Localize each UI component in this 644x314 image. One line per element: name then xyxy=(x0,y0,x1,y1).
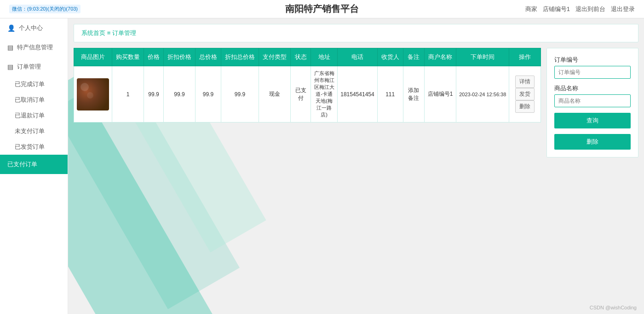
cell-receiver: 111 xyxy=(377,66,403,122)
breadcrumb-current: 订单管理 xyxy=(112,29,136,36)
col-merchant: 商户名称 xyxy=(425,48,456,66)
sidebar-item-products[interactable]: ▤ 特产信息管理 xyxy=(0,38,68,57)
cell-price: 99.9 xyxy=(144,66,164,122)
col-price: 价格 xyxy=(144,48,164,66)
col-actions: 操作 xyxy=(509,48,541,66)
col-total: 总价格 xyxy=(196,48,221,66)
main-area: 系统首页 ≡ 订单管理 商品图片 购买数量 价格 xyxy=(68,18,644,314)
nav-frontend[interactable]: 退出到前台 xyxy=(575,5,605,13)
col-payment: 支付类型 xyxy=(259,48,291,66)
breadcrumb-separator: ≡ xyxy=(107,29,112,36)
content-area: 商品图片 购买数量 价格 折扣价格 总价格 折扣总价格 支付类型 状态 地址 电… xyxy=(74,48,638,314)
cell-phone: 18154541454 xyxy=(338,66,377,122)
col-address: 地址 xyxy=(311,48,338,66)
orders-table: 商品图片 购买数量 价格 折扣价格 总价格 折扣总价格 支付类型 状态 地址 电… xyxy=(74,48,541,122)
sidebar-item-profile[interactable]: 👤 个人中心 xyxy=(0,18,68,38)
cell-time: 2023-02-24 12:56:38 xyxy=(456,66,509,122)
col-discount-price: 折扣价格 xyxy=(164,48,196,66)
order-no-label: 订单编号 xyxy=(554,56,631,64)
cell-discount-price: 99.9 xyxy=(164,66,196,122)
sidebar-item-paid[interactable]: 已支付订单 xyxy=(0,155,68,174)
col-status: 状态 xyxy=(291,48,311,66)
order-no-input[interactable] xyxy=(554,66,631,79)
sidebar-label-products: 特产信息管理 xyxy=(17,43,53,52)
footer: CSDN @wishCoding xyxy=(590,305,637,310)
product-image xyxy=(77,78,109,110)
col-image: 商品图片 xyxy=(74,48,112,66)
ship-button[interactable]: 发货 xyxy=(515,88,535,100)
sidebar-item-unpaid[interactable]: 未支付订单 xyxy=(0,123,68,139)
sidebar-item-cancelled[interactable]: 已取消订单 xyxy=(0,92,68,108)
site-title: 南阳特产销售平台 xyxy=(285,3,359,15)
cell-image xyxy=(74,66,112,122)
sidebar-item-completed[interactable]: 已完成订单 xyxy=(0,76,68,92)
breadcrumb-home[interactable]: 系统首页 xyxy=(81,29,105,36)
table-header-row: 商品图片 购买数量 价格 折扣价格 总价格 折扣总价格 支付类型 状态 地址 电… xyxy=(74,48,541,66)
product-name-section: 商品名称 xyxy=(554,84,631,107)
debug-info: 微信：(9:03:20)(关闭的)(703) xyxy=(9,5,80,13)
delete-row-button[interactable]: 删除 xyxy=(515,100,535,113)
sidebar-label-paid: 已支付订单 xyxy=(7,160,37,169)
nav-store[interactable]: 店铺编号1 xyxy=(543,5,570,13)
sidebar-item-refund[interactable]: 已退款订单 xyxy=(0,108,68,123)
detail-button[interactable]: 详情 xyxy=(515,76,535,88)
cell-merchant: 店铺编号1 xyxy=(425,66,456,122)
col-remark: 备注 xyxy=(403,48,425,66)
col-discount-total: 折扣总价格 xyxy=(221,48,259,66)
cell-discount-total: 99.9 xyxy=(221,66,259,122)
cell-quantity: 1 xyxy=(112,66,144,122)
nav-merchant[interactable]: 商家 xyxy=(525,5,537,13)
sidebar-item-orders[interactable]: ▤ 订单管理 xyxy=(0,57,68,76)
products-icon: ▤ xyxy=(7,44,13,51)
cell-status: 已支付 xyxy=(291,66,311,122)
search-button[interactable]: 查询 xyxy=(554,113,631,128)
orders-icon: ▤ xyxy=(7,63,13,70)
sidebar: 👤 个人中心 ▤ 特产信息管理 ▤ 订单管理 已完成订单 已取消订单 已退款订单… xyxy=(0,18,68,314)
delete-button[interactable]: 删除 xyxy=(554,134,631,150)
col-receiver: 收货人 xyxy=(377,48,403,66)
col-time: 下单时间 xyxy=(456,48,509,66)
table-area[interactable]: 商品图片 购买数量 价格 折扣价格 总价格 折扣总价格 支付类型 状态 地址 电… xyxy=(74,48,541,314)
cell-payment: 现金 xyxy=(259,66,291,122)
right-panel: 订单编号 商品名称 查询 删除 xyxy=(546,48,638,157)
sidebar-label-orders: 订单管理 xyxy=(17,63,41,71)
sidebar-label-profile: 个人中心 xyxy=(19,24,43,32)
cell-total: 99.9 xyxy=(196,66,221,122)
cell-address: 广东省梅州市梅江区梅江大道-卡通天地(梅江一路店) xyxy=(311,66,338,122)
top-header: 微信：(9:03:20)(关闭的)(703) 南阳特产销售平台 商家 店铺编号1… xyxy=(0,0,644,18)
profile-icon: 👤 xyxy=(7,24,15,32)
col-phone: 电话 xyxy=(338,48,377,66)
nav-logout[interactable]: 退出登录 xyxy=(611,5,635,13)
top-nav: 商家 店铺编号1 退出到前台 退出登录 xyxy=(525,5,635,13)
layout: 👤 个人中心 ▤ 特产信息管理 ▤ 订单管理 已完成订单 已取消订单 已退款订单… xyxy=(0,18,644,314)
product-name-label: 商品名称 xyxy=(554,84,631,93)
col-quantity: 购买数量 xyxy=(112,48,144,66)
cell-remark: 添加备注 xyxy=(403,66,425,122)
cell-actions: 详情 发货 删除 xyxy=(509,66,541,122)
order-no-section: 订单编号 xyxy=(554,56,631,79)
product-name-input[interactable] xyxy=(554,94,631,107)
breadcrumb: 系统首页 ≡ 订单管理 xyxy=(74,24,638,42)
table-row: 1 99.9 99.9 99.9 99.9 现金 已支付 广东省梅州市梅江区梅江… xyxy=(74,66,541,122)
sidebar-item-shipped[interactable]: 已发货订单 xyxy=(0,139,68,155)
